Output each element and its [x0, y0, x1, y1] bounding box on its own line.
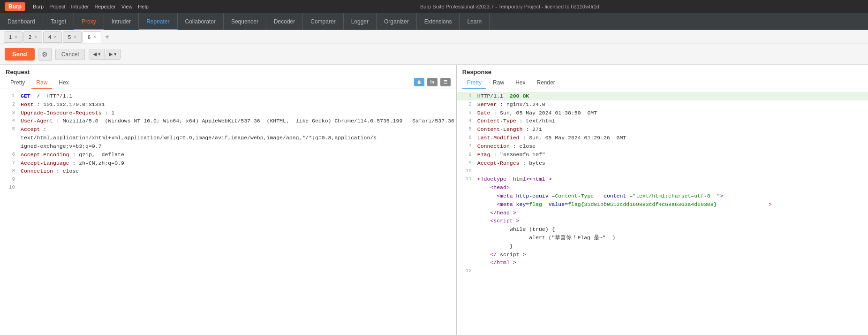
rep-tab-2-label: 2: [29, 34, 31, 40]
response-line-1: 1 HTTP/1.1 200 OK: [457, 92, 868, 100]
response-line-7: 7 Connection : close: [457, 142, 868, 151]
rep-tab-5[interactable]: 5 ×: [63, 31, 82, 43]
request-icon-wrap[interactable]: ☰: [440, 78, 451, 86]
nav-tab-collaborator[interactable]: Collaborator: [178, 13, 224, 30]
request-line-1: 1 GET / HTTP/1.1: [0, 92, 456, 100]
request-icon-ln[interactable]: ln: [427, 78, 438, 86]
prev-button[interactable]: ◀ ▾: [89, 49, 105, 59]
send-button[interactable]: Send: [5, 48, 35, 61]
rep-tab-1-label: 1: [9, 34, 12, 40]
response-tab-hex[interactable]: Hex: [511, 77, 530, 89]
nav-tab-comparer[interactable]: Comparer: [303, 13, 343, 30]
response-line-11g: while (true) {: [457, 225, 868, 234]
nav-tab-dashboard[interactable]: Dashboard: [0, 13, 43, 30]
menu-view[interactable]: View: [121, 4, 133, 9]
response-line-2: 2 Server : nginx/1.24.0: [457, 100, 868, 109]
repeater-tabs: 1 × 2 × 4 × 5 × 6 × +: [0, 30, 868, 44]
toolbar: Send ⚙ Cancel ◀ ▾ ▶ ▾: [0, 44, 868, 65]
response-line-3: 3 Date : Sun, 05 May 2024 01:38:50 GMT: [457, 109, 868, 117]
response-line-6: 6 Last-Modified : Sun, 05 May 2024 01:29…: [457, 134, 868, 142]
request-subtabs: Pretty Raw Hex 📋 ln ☰: [0, 76, 456, 89]
response-line-10: 10: [457, 167, 868, 175]
response-line-11i: }: [457, 242, 868, 251]
response-line-8: 8 ETag : "6636e0f6-10f": [457, 151, 868, 159]
main-content: Request Pretty Raw Hex 📋 ln ☰ 1 GET / HT…: [0, 65, 868, 335]
rep-tab-6-label: 6: [88, 34, 91, 40]
nav-tab-sequencer[interactable]: Sequencer: [224, 13, 266, 30]
rep-tab-1[interactable]: 1 ×: [4, 31, 23, 43]
nav-tab-target[interactable]: Target: [43, 13, 74, 30]
titlebar: Burp Burp Project Intruder Repeater View…: [0, 0, 868, 13]
response-line-11b: <head>: [457, 183, 868, 192]
rep-tab-4[interactable]: 4 ×: [43, 31, 62, 43]
menu-help[interactable]: Help: [138, 4, 149, 9]
nav-tab-learn[interactable]: Learn: [460, 13, 490, 30]
menu-burp[interactable]: Burp: [33, 4, 44, 9]
request-tab-raw[interactable]: Raw: [31, 77, 52, 89]
rep-tab-5-close[interactable]: ×: [74, 34, 76, 39]
settings-button[interactable]: ⚙: [38, 48, 52, 61]
rep-tab-4-label: 4: [48, 34, 51, 40]
request-line-3: 3 Upgrade-Insecure-Requests : 1: [0, 109, 456, 117]
next-button[interactable]: ▶ ▾: [105, 49, 121, 59]
response-subtabs: Pretty Raw Hex Render: [457, 76, 868, 89]
rep-tab-6[interactable]: 6 ×: [83, 31, 101, 43]
request-panel: Request Pretty Raw Hex 📋 ln ☰ 1 GET / HT…: [0, 65, 457, 335]
add-tab-button[interactable]: +: [102, 33, 112, 41]
request-code-area[interactable]: 1 GET / HTTP/1.1 2 Host : 101.132.170.0:…: [0, 89, 456, 335]
response-tab-render[interactable]: Render: [532, 77, 559, 89]
request-line-2: 2 Host : 101.132.170.0:31331: [0, 100, 456, 109]
response-line-9: 9 Accept-Ranges : bytes: [457, 159, 868, 168]
rep-tab-4-close[interactable]: ×: [54, 34, 57, 39]
request-line-6: 6 Accept-Encoding : gzip, deflate: [0, 151, 456, 159]
response-line-11k: </html >: [457, 259, 868, 267]
nav-tab-logger[interactable]: Logger: [344, 13, 377, 30]
request-tab-pretty[interactable]: Pretty: [6, 77, 30, 89]
response-line-11e: </head >: [457, 209, 868, 217]
request-line-8: 8 Connection : close: [0, 167, 456, 175]
rep-tab-2-close[interactable]: ×: [34, 34, 37, 39]
rep-tab-1-close[interactable]: ×: [15, 34, 17, 39]
menu-project[interactable]: Project: [49, 4, 65, 9]
request-line-5c: igned-exchange;v=b3;q=0.7: [0, 142, 456, 151]
menu-bar: Burp Project Intruder Repeater View Help: [33, 4, 149, 9]
window-title: Burp Suite Professional v2023.7 - Tempor…: [156, 4, 863, 9]
request-tab-hex[interactable]: Hex: [54, 77, 73, 89]
rep-tab-6-close[interactable]: ×: [93, 34, 96, 39]
request-title: Request: [0, 65, 456, 76]
menu-intruder[interactable]: Intruder: [71, 4, 89, 9]
request-line-10: 10: [0, 183, 456, 191]
response-line-4: 4 Content-Type : text/html: [457, 117, 868, 125]
request-icon-inspector[interactable]: 📋: [414, 78, 424, 86]
response-line-5: 5 Content-Length : 271: [457, 125, 868, 134]
rep-tab-5-label: 5: [68, 34, 71, 40]
rep-tab-2[interactable]: 2 ×: [23, 31, 42, 43]
nav-tab-proxy[interactable]: Proxy: [74, 13, 104, 30]
nav-tab-repeater[interactable]: Repeater: [139, 13, 177, 30]
response-code-area[interactable]: 1 HTTP/1.1 200 OK 2 Server : nginx/1.24.…: [457, 89, 868, 335]
gear-icon: ⚙: [42, 51, 48, 58]
response-line-11h: alert ("恭喜你！Flag 是~" ): [457, 234, 868, 242]
response-line-11f: <script >: [457, 217, 868, 225]
response-tab-pretty[interactable]: Pretty: [462, 77, 486, 89]
nav-tab-organizer[interactable]: Organizer: [377, 13, 417, 30]
request-line-4: 4 User-Agent : Mozilla/5.0 (Windows NT 1…: [0, 117, 456, 125]
response-panel: Response Pretty Raw Hex Render 1 HTTP/1.…: [457, 65, 868, 335]
response-tab-raw[interactable]: Raw: [488, 77, 509, 89]
response-line-11d: <meta key=flag value=flag{31d81bb0512cdd…: [457, 200, 868, 209]
menu-repeater[interactable]: Repeater: [94, 4, 115, 9]
nav-tab-decoder[interactable]: Decoder: [266, 13, 303, 30]
request-tab-icons: 📋 ln ☰: [414, 78, 451, 88]
cancel-button[interactable]: Cancel: [55, 49, 85, 60]
response-line-11c: <meta http-equiv =Content-Type content =…: [457, 192, 868, 200]
nav-tabs: Dashboard Target Proxy Intruder Repeater…: [0, 13, 868, 30]
burp-logo[interactable]: Burp: [5, 2, 25, 11]
nav-tab-intruder[interactable]: Intruder: [104, 13, 139, 30]
nav-tab-extensions[interactable]: Extensions: [417, 13, 460, 30]
response-line-11j: </ script >: [457, 251, 868, 259]
response-line-12: 12: [457, 267, 868, 275]
response-line-11: 11 <!doctype html><html >: [457, 175, 868, 183]
request-line-9: 9: [0, 175, 456, 183]
request-line-7: 7 Accept-Language : zh-CN,zh;q=0.9: [0, 159, 456, 168]
response-title: Response: [457, 65, 868, 76]
